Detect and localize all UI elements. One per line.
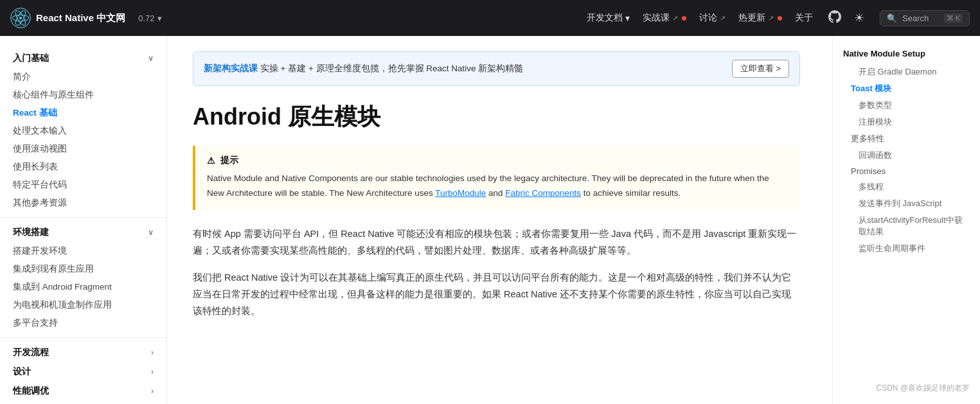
turbomodule-link[interactable]: TurboModule [435, 188, 486, 198]
search-box[interactable]: 🔍 Search ⌘ K [880, 10, 970, 26]
svg-point-4 [19, 17, 22, 19]
intro-chevron: ∨ [148, 54, 154, 63]
sidebar-item-jianjie[interactable]: 简介 [0, 68, 166, 86]
sidebar-item-list[interactable]: 使用长列表 [0, 158, 166, 176]
topnav: React Native 中文网 0.72 ▾ 开发文档 ▾ 实战课 ↗ 讨论 … [0, 0, 980, 36]
right-sidebar-register[interactable]: 注册模块 [843, 114, 970, 130]
info-box-text: Native Module and Native Components are … [207, 171, 788, 201]
right-sidebar-params[interactable]: 参数类型 [843, 97, 970, 114]
right-sidebar-title: Native Module Setup [843, 49, 970, 58]
main-layout: 入门基础 ∨ 简介 核心组件与原生组件 React 基础 处理文本输入 使用滚动… [0, 36, 980, 404]
nav-update[interactable]: 热更新 ↗ [738, 12, 782, 24]
sidebar-section-design[interactable]: 设计 › [0, 362, 166, 382]
right-sidebar-gradle[interactable]: 开启 Gradle Daemon [843, 64, 970, 80]
info-box: ⚠ 提示 Native Module and Native Components… [193, 146, 800, 210]
version-label: 0.72 [138, 13, 154, 23]
devflow-chevron: › [151, 348, 154, 357]
nav-about[interactable]: 关于 [795, 12, 813, 24]
nav-course[interactable]: 实战课 ↗ [643, 12, 686, 24]
github-icon [828, 10, 841, 23]
nav-discuss[interactable]: 讨论 ↗ [699, 12, 726, 24]
left-sidebar: 入门基础 ∨ 简介 核心组件与原生组件 React 基础 处理文本输入 使用滚动… [0, 36, 167, 404]
banner-highlight: 新架构实战课 [204, 64, 258, 73]
sidebar-item-other[interactable]: 其他参考资源 [0, 194, 166, 212]
github-button[interactable] [826, 8, 844, 29]
right-sidebar-lifecycle[interactable]: 监听生命周期事件 [843, 240, 970, 257]
banner: 新架构实战课 实操 + 基建 + 原理全维度包揽，抢先掌握 React Nati… [193, 51, 800, 86]
theme-toggle-button[interactable]: ☀ [851, 8, 867, 28]
dev-docs-chevron: ▾ [625, 13, 630, 23]
sidebar-section-intro-items: 简介 核心组件与原生组件 React 基础 处理文本输入 使用滚动视图 使用长列… [0, 68, 166, 212]
sidebar-section-perf[interactable]: 性能调优 › [0, 382, 166, 401]
update-dot [778, 16, 782, 21]
topnav-icons: ☀ [826, 8, 867, 29]
sidebar-item-platform[interactable]: 特定平台代码 [0, 176, 166, 194]
sidebar-section-intro[interactable]: 入门基础 ∨ [0, 49, 166, 68]
sidebar-item-integrate[interactable]: 集成到现有原生应用 [0, 260, 166, 278]
search-label: Search [902, 13, 929, 23]
right-sidebar-multithread[interactable]: 多线程 [843, 179, 970, 195]
env-chevron: ∨ [148, 228, 154, 237]
design-chevron: › [151, 367, 154, 376]
sidebar-item-multiplatform[interactable]: 多平台支持 [0, 314, 166, 332]
sidebar-section-env-items: 搭建开发环境 集成到现有原生应用 集成到 Android Fragment 为电… [0, 242, 166, 332]
update-external-icon: ↗ [768, 14, 774, 22]
banner-text: 新架构实战课 实操 + 基建 + 原理全维度包揽，抢先掌握 React Nati… [204, 63, 523, 75]
nav-dev-docs[interactable]: 开发文档 ▾ [587, 12, 630, 24]
version-chevron: ▾ [157, 13, 162, 23]
sidebar-item-setup[interactable]: 搭建开发环境 [0, 242, 166, 260]
course-dot [682, 16, 686, 21]
banner-body: 实操 + 基建 + 原理全维度包揽，抢先掌握 React Native 新架构精… [260, 64, 524, 73]
sidebar-item-text[interactable]: 处理文本输入 [0, 122, 166, 140]
right-sidebar-activity-result[interactable]: 从startActivityForResult中获取结果 [843, 212, 970, 240]
sidebar-divider-2 [0, 337, 166, 338]
logo-text: React Native 中文网 [36, 12, 125, 24]
version-selector[interactable]: 0.72 ▾ [138, 13, 161, 23]
right-sidebar-toast[interactable]: Toast 模块 [843, 80, 970, 97]
sidebar-section-devflow[interactable]: 开发流程 › [0, 343, 166, 362]
search-icon: 🔍 [887, 13, 897, 23]
sidebar-item-react[interactable]: React 基础 [0, 104, 166, 122]
search-kbd: ⌘ K [944, 13, 963, 23]
fabric-link[interactable]: Fabric Components [505, 188, 581, 198]
warning-icon: ⚠ [207, 155, 215, 166]
right-sidebar-callback[interactable]: 回调函数 [843, 147, 970, 164]
right-sidebar-events[interactable]: 发送事件到 JavaScript [843, 195, 970, 212]
sidebar-item-core[interactable]: 核心组件与原生组件 [0, 86, 166, 104]
info-box-title: 提示 [220, 155, 238, 166]
nav-links: 开发文档 ▾ 实战课 ↗ 讨论 ↗ 热更新 ↗ 关于 [587, 12, 813, 24]
sidebar-item-tv[interactable]: 为电视和机顶盒制作应用 [0, 296, 166, 314]
sidebar-section-env[interactable]: 环境搭建 ∨ [0, 223, 166, 242]
main-content: 新架构实战课 实操 + 基建 + 原理全维度包揽，抢先掌握 React Nati… [167, 36, 826, 404]
page-title: Android 原生模块 [193, 101, 800, 133]
body-paragraph-1: 有时候 App 需要访问平台 API，但 React Native 可能还没有相… [193, 225, 800, 259]
right-sidebar: Native Module Setup 开启 Gradle Daemon Toa… [832, 36, 980, 404]
perf-chevron: › [151, 387, 154, 396]
discuss-external-icon: ↗ [720, 14, 726, 22]
logo-icon [10, 8, 31, 28]
logo[interactable]: React Native 中文网 [10, 8, 125, 28]
sidebar-item-android-fragment[interactable]: 集成到 Android Fragment [0, 278, 166, 296]
right-sidebar-more[interactable]: 更多特性 [843, 130, 970, 147]
sidebar-divider-1 [0, 217, 166, 218]
body-paragraph-2: 我们把 React Native 设计为可以在其基础上编写真正的原生代码，并且可… [193, 269, 800, 319]
sidebar-item-scroll[interactable]: 使用滚动视图 [0, 140, 166, 158]
right-sidebar-promises[interactable]: Promises [843, 164, 970, 179]
info-box-header: ⚠ 提示 [207, 155, 788, 166]
watermark: CSDN @喜欢踢足球的老罗 [876, 383, 970, 394]
course-external-icon: ↗ [672, 14, 678, 22]
banner-cta-button[interactable]: 立即查看 > [732, 60, 789, 78]
